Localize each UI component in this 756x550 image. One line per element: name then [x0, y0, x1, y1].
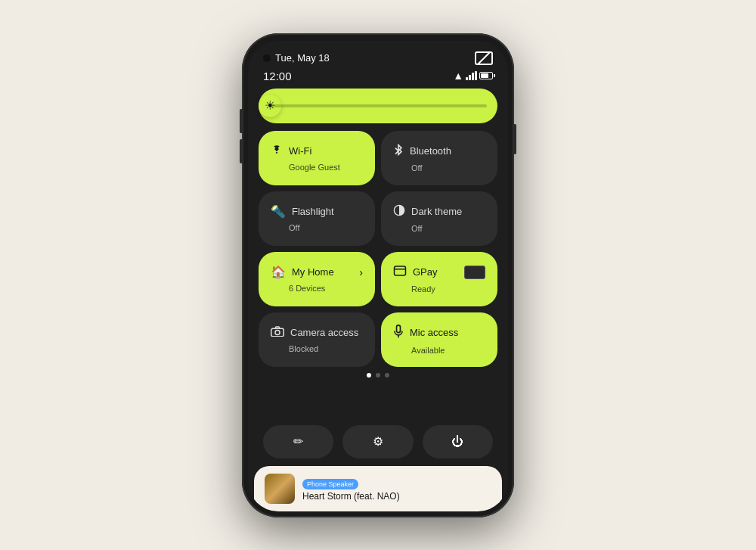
quick-tiles-grid: Wi-Fi Google Guest — [259, 131, 497, 367]
gpay-title: GPay — [413, 266, 438, 278]
brightness-track[interactable] — [269, 104, 487, 107]
tile-bluetooth[interactable]: Bluetooth Off — [381, 131, 497, 185]
gpay-icon — [393, 265, 407, 280]
status-bar: Tue, May 18 — [248, 41, 508, 68]
clock-display: 12:00 — [263, 70, 292, 82]
phone-screen: Tue, May 18 12:00 ▲ — [248, 41, 508, 511]
tile-myhome[interactable]: 🏠 My Home › 6 Devices — [259, 252, 375, 306]
tile-myhome-header: 🏠 My Home › — [271, 265, 363, 279]
time-row: 12:00 ▲ — [248, 68, 508, 89]
signal-bar-3 — [472, 73, 474, 80]
page-dot-3 — [385, 373, 389, 378]
mic-icon — [393, 325, 404, 341]
album-art — [265, 474, 295, 504]
mic-subtitle: Available — [411, 346, 485, 355]
now-playing-card[interactable]: Phone Speaker Heart Storm (feat. NAO) — [254, 466, 502, 511]
power-icon: ⏻ — [451, 435, 463, 449]
camera-icon — [271, 326, 284, 340]
tile-flashlight[interactable]: 🔦 Flashlight Off — [259, 191, 375, 246]
bluetooth-icon — [393, 144, 404, 159]
camera-title: Camera access — [290, 327, 358, 338]
myhome-title: My Home — [292, 266, 334, 278]
status-right — [475, 51, 493, 65]
volume-up-button[interactable] — [240, 109, 243, 133]
settings-icon: ⚙ — [373, 434, 383, 449]
myhome-subtitle: 6 Devices — [289, 284, 363, 293]
camera-subtitle: Blocked — [289, 344, 363, 353]
tile-wifi-header: Wi-Fi — [271, 144, 363, 158]
tile-camera[interactable]: Camera access Blocked — [259, 312, 375, 367]
flashlight-subtitle: Off — [289, 223, 363, 232]
edit-button[interactable]: ✏ — [263, 425, 333, 458]
brightness-slider[interactable]: ☀ — [259, 89, 497, 123]
tile-gpay[interactable]: GPay Ready — [381, 252, 497, 306]
page-dots — [259, 367, 497, 382]
page-dot-1 — [367, 373, 371, 378]
bluetooth-title: Bluetooth — [410, 145, 451, 157]
phone-device: Tue, May 18 12:00 ▲ — [242, 33, 514, 517]
tile-wifi[interactable]: Wi-Fi Google Guest — [259, 131, 375, 185]
bottom-action-bar: ✏ ⚙ ⏻ — [248, 422, 508, 466]
mic-title: Mic access — [410, 327, 458, 338]
signal-icons: ▲ — [453, 70, 493, 82]
tile-flashlight-header: 🔦 Flashlight — [271, 204, 363, 219]
svg-rect-4 — [397, 325, 401, 332]
speaker-badge: Phone Speaker — [302, 479, 358, 489]
bluetooth-subtitle: Off — [411, 163, 485, 172]
wifi-title: Wi-Fi — [289, 145, 311, 157]
wifi-subtitle: Google Guest — [289, 163, 363, 172]
flashlight-title: Flashlight — [292, 206, 334, 217]
camera-dot — [263, 54, 271, 62]
tile-bluetooth-header: Bluetooth — [393, 144, 485, 159]
tile-darktheme[interactable]: Dark theme Off — [381, 191, 497, 246]
status-left: Tue, May 18 — [263, 52, 330, 64]
battery-fill — [481, 73, 488, 78]
flashlight-icon: 🔦 — [271, 204, 286, 219]
home-icon: 🏠 — [271, 265, 286, 279]
volume-down-button[interactable] — [240, 139, 243, 163]
status-date: Tue, May 18 — [275, 52, 330, 64]
edit-icon: ✏ — [293, 434, 303, 449]
wifi-icon — [271, 144, 283, 158]
myhome-arrow-icon: › — [359, 266, 363, 278]
screen-cast-icon — [475, 51, 493, 65]
power-button[interactable] — [513, 124, 516, 154]
tile-darktheme-header: Dark theme — [393, 204, 485, 219]
gpay-card-icon — [464, 266, 485, 279]
tile-myhome-left: 🏠 My Home — [271, 265, 334, 279]
wifi-indicator: ▲ — [453, 70, 463, 82]
signal-bar-2 — [469, 75, 471, 80]
tile-mic-header: Mic access — [393, 325, 485, 341]
phone-body: Tue, May 18 12:00 ▲ — [242, 33, 514, 517]
signal-bar-1 — [466, 77, 468, 80]
battery-icon — [479, 72, 493, 79]
darktheme-subtitle: Off — [411, 224, 485, 233]
now-playing-title: Heart Storm (feat. NAO) — [302, 491, 491, 502]
page-dot-2 — [376, 373, 380, 378]
signal-bars — [466, 71, 477, 80]
tile-camera-header: Camera access — [271, 326, 363, 340]
tile-mic[interactable]: Mic access Available — [381, 312, 497, 367]
settings-button[interactable]: ⚙ — [342, 425, 413, 458]
svg-rect-1 — [395, 266, 406, 275]
svg-point-3 — [275, 330, 280, 334]
darktheme-title: Dark theme — [411, 206, 462, 217]
gpay-subtitle: Ready — [411, 284, 485, 294]
tile-gpay-header: GPay — [393, 265, 485, 280]
power-button-qs[interactable]: ⏻ — [423, 425, 493, 458]
quick-settings-panel: ☀ — [248, 89, 508, 422]
darktheme-icon — [393, 204, 405, 219]
now-playing-info: Phone Speaker Heart Storm (feat. NAO) — [302, 476, 491, 502]
signal-bar-4 — [475, 71, 477, 80]
